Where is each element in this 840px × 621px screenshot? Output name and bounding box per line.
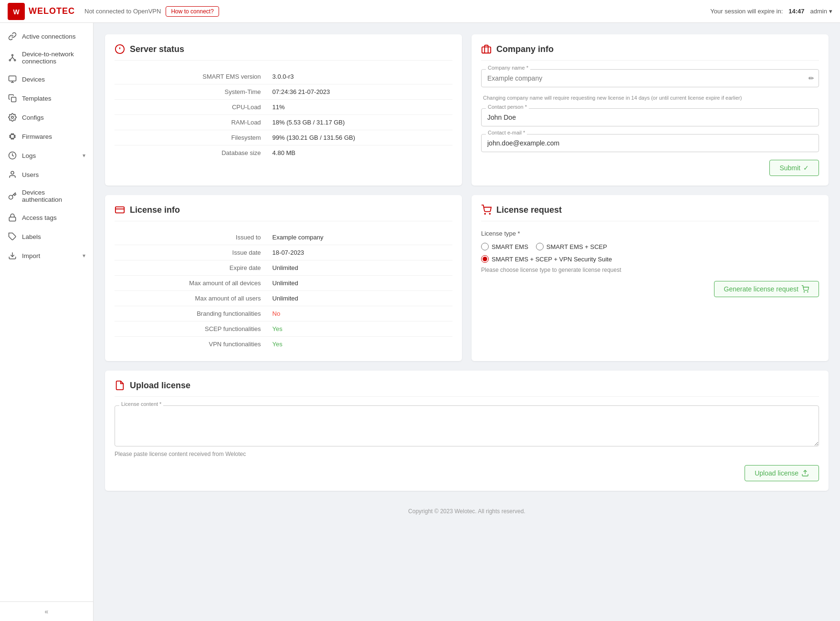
sidebar: Active connections Device-to-network con…: [0, 23, 94, 621]
sidebar-item-access-tags[interactable]: Access tags: [0, 208, 93, 227]
svg-rect-11: [9, 217, 16, 221]
row-label: Issued to: [115, 230, 267, 245]
how-to-connect-button[interactable]: How to connect?: [166, 6, 219, 17]
table-row: System-Time07:24:36 21-07-2023: [115, 84, 452, 100]
row-value: Unlimited: [273, 295, 298, 302]
collapse-icon: «: [45, 608, 49, 615]
contact-email-label: Contact e-mail *: [486, 130, 527, 135]
label-icon: [8, 232, 17, 241]
sidebar-item-configs[interactable]: Configs: [0, 108, 93, 127]
row-value-cell: Yes: [267, 321, 452, 337]
svg-point-4: [14, 60, 16, 61]
license-content-label: License content *: [119, 401, 163, 407]
session-timer: 14:47: [788, 8, 804, 15]
company-name-field: Company name * ✏: [481, 69, 819, 87]
sidebar-users-label: Users: [22, 171, 85, 178]
license-info-panel: License info Issued toExample companyIss…: [105, 195, 462, 361]
sidebar-item-labels[interactable]: Labels: [0, 227, 93, 246]
server-status-icon: [115, 44, 125, 54]
license-content-field: License content *: [115, 405, 819, 448]
radio-smart-ems-scep-vpn-input[interactable]: [481, 255, 489, 263]
radio-smart-ems[interactable]: SMART EMS: [481, 243, 528, 250]
server-status-panel: Server status SMART EMS version3.0.0-r3S…: [105, 34, 462, 186]
upload-license-button[interactable]: Upload license: [745, 465, 819, 481]
sidebar-labels-label: Labels: [22, 233, 85, 240]
table-row: Issue date18-07-2023: [115, 245, 452, 260]
row-value-cell: Yes: [267, 337, 452, 352]
sidebar-item-logs[interactable]: Logs ▾: [0, 146, 93, 165]
radio-smart-ems-label: SMART EMS: [492, 243, 528, 250]
sidebar-item-device-to-network[interactable]: Device-to-network connections: [0, 46, 93, 70]
sidebar-devices-auth-label: Devices authentication: [22, 189, 85, 203]
sidebar-collapse-button[interactable]: «: [0, 601, 93, 621]
svg-rect-8: [10, 135, 14, 138]
sidebar-item-templates[interactable]: Templates: [0, 89, 93, 108]
svg-point-7: [11, 116, 14, 119]
row-value: Example company: [273, 234, 324, 241]
submit-button[interactable]: Submit ✓: [769, 160, 819, 176]
table-row: Max amount of all devicesUnlimited: [115, 276, 452, 291]
welotec-logo-icon: W: [8, 3, 25, 20]
radio-smart-ems-scep-input[interactable]: [536, 243, 544, 250]
edit-icon[interactable]: ✏: [808, 74, 814, 82]
welotec-brand-text: WELOTEC: [29, 6, 75, 16]
sidebar-item-import[interactable]: Import ▾: [0, 246, 93, 265]
table-row: Expire dateUnlimited: [115, 260, 452, 276]
row-value: Unlimited: [273, 264, 298, 271]
sidebar-item-devices-authentication[interactable]: Devices authentication: [0, 184, 93, 208]
license-request-hint: Please choose license type to generate l…: [481, 267, 819, 273]
generate-license-button[interactable]: Generate license request: [714, 281, 819, 297]
lock-icon: [8, 213, 17, 222]
vpn-status-text: Not connected to OpenVPN: [84, 8, 161, 15]
row-label: SCEP functionalities: [115, 321, 267, 337]
row-label: RAM-Load: [115, 115, 267, 130]
license-request-title: License request: [481, 205, 819, 221]
company-name-input[interactable]: [481, 69, 819, 87]
sidebar-item-firmwares[interactable]: Firmwares: [0, 127, 93, 146]
company-info-heading: Company info: [496, 44, 554, 54]
radio-smart-ems-scep-label: SMART EMS + SCEP: [546, 243, 607, 250]
company-info-panel: Company info Company name * ✏ Changing c…: [472, 34, 829, 186]
license-content-textarea[interactable]: [115, 405, 819, 446]
sidebar-active-connections-label: Active connections: [22, 33, 85, 40]
chevron-down-icon: ▾: [83, 252, 85, 259]
sidebar-device-to-network-label: Device-to-network connections: [22, 51, 85, 65]
devices-icon: [8, 74, 17, 84]
sidebar-devices-label: Devices: [22, 76, 85, 83]
table-row: Issued toExample company: [115, 230, 452, 245]
upload-license-icon: [115, 380, 125, 391]
server-status-table: SMART EMS version3.0.0-r3System-Time07:2…: [115, 69, 452, 160]
radio-smart-ems-scep-vpn[interactable]: SMART EMS + SCEP + VPN Security Suite: [481, 255, 819, 263]
sidebar-item-active-connections[interactable]: Active connections: [0, 27, 93, 46]
footer-text: Copyright © 2023 Welotec. All rights res…: [408, 508, 525, 515]
copy-icon: [8, 93, 17, 103]
svg-point-21: [489, 213, 490, 214]
row-value: 4.80 MB: [267, 145, 452, 161]
table-row: RAM-Load18% (5.53 GB / 31.17 GB): [115, 115, 452, 130]
sidebar-templates-label: Templates: [22, 95, 85, 102]
radio-smart-ems-input[interactable]: [481, 243, 489, 250]
person-icon: [8, 170, 17, 179]
row-label: Max amount of all devices: [115, 276, 267, 291]
table-row: VPN functionalitiesYes: [115, 337, 452, 352]
sidebar-logs-label: Logs: [22, 152, 78, 159]
table-row: SCEP functionalitiesYes: [115, 321, 452, 337]
svg-point-20: [484, 213, 485, 214]
sidebar-firmwares-label: Firmwares: [22, 133, 85, 140]
row-value: Unlimited: [273, 279, 298, 287]
contact-person-input[interactable]: [481, 108, 819, 126]
row-value: 99% (130.21 GB / 131.56 GB): [267, 130, 452, 145]
company-name-label: Company name *: [486, 65, 530, 71]
sidebar-item-users[interactable]: Users: [0, 165, 93, 184]
table-row: Database size4.80 MB: [115, 145, 452, 161]
table-row: Branding functionalitiesNo: [115, 306, 452, 321]
main-layout: Active connections Device-to-network con…: [0, 23, 840, 621]
contact-email-input[interactable]: [481, 134, 819, 152]
radio-smart-ems-scep[interactable]: SMART EMS + SCEP: [536, 243, 607, 250]
row-value: 3.0.0-r3: [267, 69, 452, 84]
server-status-title: Server status: [115, 44, 452, 61]
topbar: W WELOTEC Not connected to OpenVPN How t…: [0, 0, 840, 23]
license-info-icon: [115, 205, 125, 215]
sidebar-item-devices[interactable]: Devices: [0, 70, 93, 89]
admin-menu[interactable]: admin ▾: [810, 8, 832, 15]
